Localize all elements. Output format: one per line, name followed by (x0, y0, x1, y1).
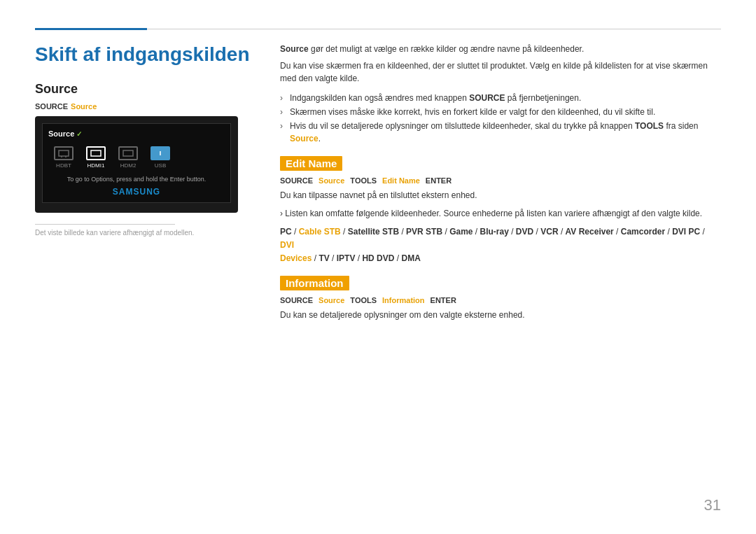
hdbt-icon-box (54, 146, 74, 160)
info-bc-tools: TOOLS (350, 296, 377, 304)
tv-screen: Source ✓ HDBT (42, 123, 231, 203)
device-dvd: DVD (516, 227, 533, 237)
intro-paragraph: Du kan vise skærmen fra en kildeenhed, d… (280, 59, 721, 85)
information-header: Information (280, 276, 349, 290)
device-dma: DMA (401, 253, 420, 263)
bullet-2: Skærmen vises måske ikke korrekt, hvis e… (280, 106, 721, 118)
list-intro: › Listen kan omfatte følgende kildeenhed… (280, 207, 721, 220)
intro-rest: gør det muligt at vælge en række kilder … (309, 44, 584, 54)
tv-icons-row: HDBT HDMI1 HDM2 (48, 143, 225, 171)
hdm2-icon-box (118, 146, 138, 160)
device-bluray: Blu-ray (480, 227, 509, 237)
svg-rect-3 (91, 150, 101, 156)
svg-rect-0 (59, 150, 69, 156)
bullet-3: Hvis du vil se detaljerede oplysninger o… (280, 120, 721, 145)
hdmi1-label: HDMI1 (88, 162, 105, 169)
check-icon: ✓ (76, 130, 82, 138)
bc-source-lnk: Source (318, 176, 344, 185)
source-link: Source (71, 102, 97, 111)
info-bc-source-lnk: Source (318, 296, 344, 304)
tv-hint-text: To go to Options, press and hold the Ent… (48, 176, 225, 183)
bc-enter: ENTER (426, 176, 451, 185)
left-column: Skift af indgangskilden Source SOURCE So… (35, 43, 252, 513)
tv-icon-usb: USB (150, 146, 170, 169)
page-number: 31 (704, 496, 721, 514)
intro-text: Source gør det muligt at vælge en række … (280, 43, 721, 55)
tv-icon-hdm2: HDM2 (118, 146, 138, 169)
list-source-bold: Source (443, 209, 470, 218)
usb-icon-box (150, 146, 170, 160)
content-area: Skift af indgangskilden Source SOURCE So… (35, 43, 721, 513)
device-vcr: VCR (540, 227, 558, 237)
page-title: Skift af indgangskilden (35, 43, 252, 66)
source-keyword: SOURCE (35, 102, 68, 111)
right-column: Source gør det muligt at vælge en række … (280, 43, 721, 513)
device-list: PC / Cable STB / Satellite STB / PVR STB… (280, 225, 721, 266)
device-iptv: IPTV (337, 253, 356, 263)
information-body: Du kan se detaljerede oplysninger om den… (280, 309, 721, 321)
device-tv: TV (318, 253, 329, 263)
bullet-list: Indgangskilden kan også ændres med knapp… (280, 92, 721, 145)
page-container: Skift af indgangskilden Source SOURCE So… (0, 0, 756, 534)
edit-name-body: Du kan tilpasse navnet på en tilsluttet … (280, 189, 721, 202)
samsung-logo: SAMSUNG (48, 187, 225, 197)
hdbt-label: HDBT (56, 162, 71, 169)
tv-icon-hdmi1: HDMI1 (86, 146, 106, 169)
intro-bold: Source (280, 44, 309, 54)
device-game: Game (449, 227, 472, 237)
top-lines (35, 28, 721, 30)
svg-rect-4 (123, 150, 133, 156)
bullet-1: Indgangskilden kan også ændres med knapp… (280, 92, 721, 104)
source-section-title: Source (35, 82, 252, 97)
image-caption: Det viste billede kan variere afhængigt … (35, 229, 252, 237)
accent-line (35, 28, 147, 30)
edit-name-breadcrumb: SOURCE Source TOOLS Edit Name ENTER (280, 176, 721, 185)
tv-icon-hdbt: HDBT (54, 146, 74, 169)
bc-tools: TOOLS (350, 176, 377, 185)
tv-source-label: Source ✓ (48, 129, 82, 138)
device-devices: Devices (280, 253, 312, 263)
information-section: Information SOURCE Source TOOLS Informat… (280, 276, 721, 321)
device-hd-dvd: HD DVD (362, 253, 394, 263)
divider-line (147, 29, 721, 29)
source-breadcrumb: SOURCE Source (35, 102, 252, 111)
left-bottom-divider (35, 224, 175, 225)
device-pc: PC (280, 227, 292, 237)
bc-source-kw: SOURCE (280, 176, 313, 185)
info-bc-source-kw: SOURCE (280, 296, 313, 304)
info-bc-info: Information (382, 296, 425, 304)
device-pvr-stb: PVR STB (406, 227, 442, 237)
device-cable-stb: Cable STB (299, 227, 341, 237)
info-bc-enter: ENTER (430, 296, 456, 304)
info-breadcrumb: SOURCE Source TOOLS Information ENTER (280, 296, 721, 304)
bc-edit: Edit Name (382, 176, 420, 185)
hdmi1-icon-box (86, 146, 106, 160)
tv-screen-mockup: Source ✓ HDBT (35, 116, 238, 213)
edit-name-header: Edit Name (280, 156, 342, 171)
device-av: AV Receiver (566, 227, 614, 237)
tv-source-bar: Source ✓ (48, 129, 225, 138)
hdm2-label: HDM2 (120, 162, 136, 169)
device-dvi-pc: DVI PC (672, 227, 700, 237)
device-sat-stb: Satellite STB (348, 227, 399, 237)
device-dvi: DVI (280, 240, 294, 250)
edit-name-section: Edit Name SOURCE Source TOOLS Edit Name … (280, 156, 721, 266)
usb-label: USB (155, 162, 166, 169)
device-camcorder: Camcorder (621, 227, 665, 237)
